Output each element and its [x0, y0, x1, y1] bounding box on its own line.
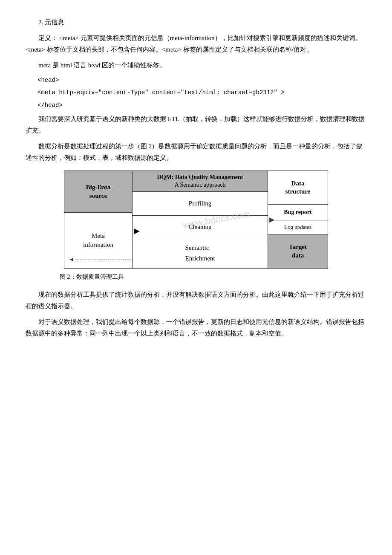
diagram-right-column: Datastructure Bug report Log updates Tar… [268, 171, 328, 268]
profiling-cell: Profiling [133, 192, 268, 215]
big-data-source-cell: Big-Datasource [64, 171, 132, 213]
cleaning-label: Cleaning [188, 222, 211, 233]
dqm-header-bold: DQM: Data Quality Management [157, 174, 243, 180]
data-structure-label: Datastructure [285, 179, 311, 196]
definition-label: 定义： [38, 35, 58, 41]
meta-description: meta 是 html 语言 head 区的一个辅助性标签。 [26, 60, 366, 71]
arrow-right-mid-icon: ► [268, 212, 276, 227]
back-arrow: ◄ [69, 255, 133, 264]
target-data-label: Targetdata [289, 243, 307, 260]
figure-caption: 图 2：数据质量管理工具 [60, 272, 366, 282]
code-head: <head> [26, 75, 366, 86]
diagram-left-column: Big-Datasource ► Metainformation ◄ [64, 171, 133, 268]
diagram-wrapper: www.bdocx.com Big-Datasource ► Metainfor… [26, 171, 366, 269]
semantic-processing-paragraph: 对于语义数据处理，我们提出给每个数据源，一个错误报告，更新的日志和使用元信息的新… [26, 316, 366, 339]
data-structure-cell: Datastructure [268, 171, 328, 205]
log-updates-cell: Log updates [268, 220, 328, 234]
section-title-text: 元信息 [45, 19, 64, 26]
back-arrow-head-icon: ◄ [69, 255, 75, 264]
dqm-header-sub: A Semantic approach [175, 182, 226, 188]
dqm-header-cell: DQM: Data Quality Management A Semantic … [133, 171, 268, 192]
analysis-paragraph: 数据分析是数据处理过程的第一步（图 2）是数据源用于确定数据质量问题的分析，而且… [26, 141, 366, 164]
arrow-right-top: ► [132, 225, 141, 238]
section-number: 2. [38, 19, 43, 26]
code-end-head: </head> [26, 101, 366, 111]
code-meta: <meta http-equiv="content-Type" content=… [26, 88, 366, 98]
cleaning-cell: Cleaning [133, 216, 268, 239]
profiling-label: Profiling [189, 198, 211, 209]
target-data-cell: Targetdata [268, 234, 328, 268]
bug-report-cell: Bug report [268, 205, 328, 220]
big-data-source-label: Big-Datasource [86, 183, 111, 200]
page-content: 2. 元信息 定义： <meta> 元素可提供相关页面的元信息（meta-inf… [26, 17, 366, 339]
definition-paragraph: 定义： <meta> 元素可提供相关页面的元信息（meta-informatio… [26, 32, 366, 55]
log-updates-label: Log updates [284, 223, 311, 232]
bug-report-label: Bug report [284, 207, 311, 217]
etl-paragraph: 我们需要深入研究基于语义的新种类的大数据 ETL（抽取，转换，加载）这样就能够进… [26, 113, 366, 136]
section-title: 2. 元信息 [26, 17, 366, 28]
tools-paragraph: 现在的数据分析工具提供了统计数据的分析，并没有解决数据语义方面的分析。由此这里就… [26, 289, 366, 312]
diagram-mid-column: DQM: Data Quality Management A Semantic … [133, 171, 268, 268]
back-arrow-line [75, 260, 133, 260]
semantic-enrichment-label: SemanticEnrichment [185, 243, 215, 264]
meta-information-label: Metainformation [83, 231, 113, 249]
meta-information-cell: ► Metainformation ◄ [64, 213, 132, 268]
dqm-diagram: www.bdocx.com Big-Datasource ► Metainfor… [64, 171, 328, 269]
semantic-enrichment-cell: SemanticEnrichment [133, 239, 268, 268]
definition-text: <meta> 元素可提供相关页面的元信息（meta-information），比… [26, 35, 362, 53]
